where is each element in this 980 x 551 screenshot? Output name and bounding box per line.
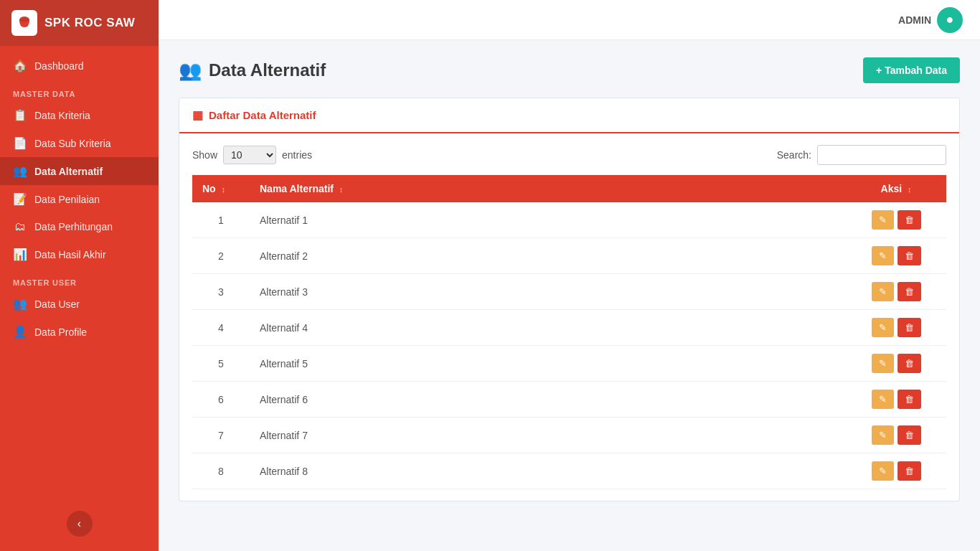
sort-aksi-icon[interactable]: ↕ <box>908 185 912 194</box>
sidebar-item-data-sub-kriteria[interactable]: 📄 Data Sub Kriteria <box>0 129 159 157</box>
cell-no: 5 <box>192 346 250 382</box>
show-label: Show <box>192 149 217 161</box>
sidebar-item-data-alternatif-label: Data Alternatif <box>34 166 103 177</box>
sidebar-item-data-kriteria[interactable]: 📋 Data Kriteria <box>0 101 159 129</box>
user-avatar[interactable]: ● <box>937 7 963 33</box>
edit-icon: ✎ <box>879 466 887 476</box>
sub-kriteria-icon: 📄 <box>13 136 27 150</box>
action-buttons: ✎ 🗑 <box>856 246 936 265</box>
delete-button[interactable]: 🗑 <box>897 210 921 230</box>
avatar-icon: ● <box>946 12 954 27</box>
edit-button[interactable]: ✎ <box>872 354 894 373</box>
delete-button[interactable]: 🗑 <box>897 318 921 337</box>
action-buttons: ✎ 🗑 <box>856 318 936 337</box>
cell-aksi: ✎ 🗑 <box>846 238 946 274</box>
sidebar-item-data-perhitungan-label: Data Perhitungan <box>34 221 113 232</box>
action-buttons: ✎ 🗑 <box>856 210 936 230</box>
sidebar-nav: 🏠 Dashboard MASTER DATA 📋 Data Kriteria … <box>0 46 159 551</box>
sort-no-icon[interactable]: ↕ <box>222 185 226 194</box>
edit-button[interactable]: ✎ <box>872 282 894 301</box>
sidebar-item-data-sub-kriteria-label: Data Sub Kriteria <box>34 138 111 149</box>
delete-button[interactable]: 🗑 <box>897 246 921 265</box>
delete-button[interactable]: 🗑 <box>897 425 921 445</box>
entries-label: entries <box>282 149 312 161</box>
penilaian-icon: 📝 <box>13 192 27 206</box>
delete-button[interactable]: 🗑 <box>897 390 921 409</box>
cell-no: 4 <box>192 310 250 346</box>
app-name: SPK ROC SAW <box>44 16 135 30</box>
cell-aksi: ✎ 🗑 <box>846 346 946 382</box>
edit-icon: ✎ <box>879 358 887 369</box>
cell-nama: Alternatif 7 <box>250 418 846 453</box>
main-content: ADMIN ● 👥 Data Alternatif + Tambah Data … <box>159 0 980 551</box>
data-profile-icon: 👤 <box>13 325 27 339</box>
sidebar-item-data-alternatif[interactable]: 👥 Data Alternatif <box>0 157 159 185</box>
cell-nama: Alternatif 8 <box>250 453 846 489</box>
sidebar-item-data-profile[interactable]: 👤 Data Profile <box>0 318 159 346</box>
logo-icon <box>11 10 37 36</box>
cell-aksi: ✎ 🗑 <box>846 418 946 453</box>
edit-button[interactable]: ✎ <box>872 461 894 481</box>
dashboard-icon: 🏠 <box>13 59 27 72</box>
action-buttons: ✎ 🗑 <box>856 425 936 445</box>
edit-icon: ✎ <box>879 322 887 333</box>
delete-button[interactable]: 🗑 <box>897 282 921 301</box>
trash-icon: 🗑 <box>905 322 914 333</box>
edit-icon: ✎ <box>879 286 887 297</box>
col-no-header: No ↕ <box>192 175 250 202</box>
cell-no: 8 <box>192 453 250 489</box>
edit-icon: ✎ <box>879 430 887 441</box>
search-box: Search: <box>777 145 946 165</box>
section-master-user: MASTER USER <box>0 268 159 290</box>
cell-nama: Alternatif 5 <box>250 346 846 382</box>
sidebar-item-data-perhitungan[interactable]: 🗂 Data Perhitungan <box>0 213 159 240</box>
table-controls: Show 10 25 50 100 entries Search: <box>192 145 946 165</box>
table-row: 4 Alternatif 4 ✎ 🗑 <box>192 310 946 346</box>
action-buttons: ✎ 🗑 <box>856 390 936 409</box>
table-row: 2 Alternatif 2 ✎ 🗑 <box>192 238 946 274</box>
entries-select[interactable]: 10 25 50 100 <box>223 146 276 164</box>
sidebar-item-data-penilaian-label: Data Penilaian <box>34 194 100 205</box>
trash-icon: 🗑 <box>905 215 914 225</box>
delete-button[interactable]: 🗑 <box>897 461 921 481</box>
table-row: 3 Alternatif 3 ✎ 🗑 <box>192 274 946 310</box>
edit-button[interactable]: ✎ <box>872 390 894 409</box>
cell-aksi: ✎ 🗑 <box>846 310 946 346</box>
page-body: 👥 Data Alternatif + Tambah Data ▦ Daftar… <box>159 40 980 551</box>
edit-button[interactable]: ✎ <box>872 425 894 445</box>
sidebar-toggle-button[interactable]: ‹ <box>67 511 93 537</box>
page-header: 👥 Data Alternatif + Tambah Data <box>179 57 960 83</box>
sidebar-item-data-hasil-akhir[interactable]: 📊 Data Hasil Akhir <box>0 240 159 268</box>
cell-nama: Alternatif 4 <box>250 310 846 346</box>
app-logo[interactable]: SPK ROC SAW <box>0 0 159 46</box>
edit-button[interactable]: ✎ <box>872 210 894 230</box>
edit-icon: ✎ <box>879 250 887 261</box>
search-input[interactable] <box>817 145 946 165</box>
topbar-username: ADMIN <box>898 14 931 26</box>
sort-nama-icon[interactable]: ↕ <box>339 185 344 194</box>
card-title: Daftar Data Alternatif <box>209 109 316 121</box>
data-card: ▦ Daftar Data Alternatif Show 10 25 50 1… <box>179 98 960 501</box>
card-header: ▦ Daftar Data Alternatif <box>179 98 959 133</box>
trash-icon: 🗑 <box>905 250 914 261</box>
edit-button[interactable]: ✎ <box>872 318 894 337</box>
page-title-icon: 👥 <box>179 60 202 82</box>
cell-nama: Alternatif 1 <box>250 202 846 238</box>
sidebar-item-dashboard[interactable]: 🏠 Dashboard <box>0 52 159 80</box>
delete-button[interactable]: 🗑 <box>897 354 921 373</box>
cell-aksi: ✎ 🗑 <box>846 453 946 489</box>
add-data-button[interactable]: + Tambah Data <box>863 57 960 83</box>
sidebar-item-data-user[interactable]: 👥 Data User <box>0 290 159 318</box>
cell-no: 7 <box>192 418 250 453</box>
edit-button[interactable]: ✎ <box>872 246 894 265</box>
cell-nama: Alternatif 3 <box>250 274 846 310</box>
sidebar-item-data-kriteria-label: Data Kriteria <box>34 110 90 121</box>
table-row: 8 Alternatif 8 ✎ 🗑 <box>192 453 946 489</box>
data-user-icon: 👥 <box>13 297 27 311</box>
perhitungan-icon: 🗂 <box>13 220 27 233</box>
sidebar-item-data-penilaian[interactable]: 📝 Data Penilaian <box>0 185 159 213</box>
trash-icon: 🗑 <box>905 358 914 369</box>
table-head: No ↕ Nama Alternatif ↕ Aksi ↕ <box>192 175 946 202</box>
topbar: ADMIN ● <box>159 0 980 40</box>
card-body: Show 10 25 50 100 entries Search: <box>179 133 959 501</box>
